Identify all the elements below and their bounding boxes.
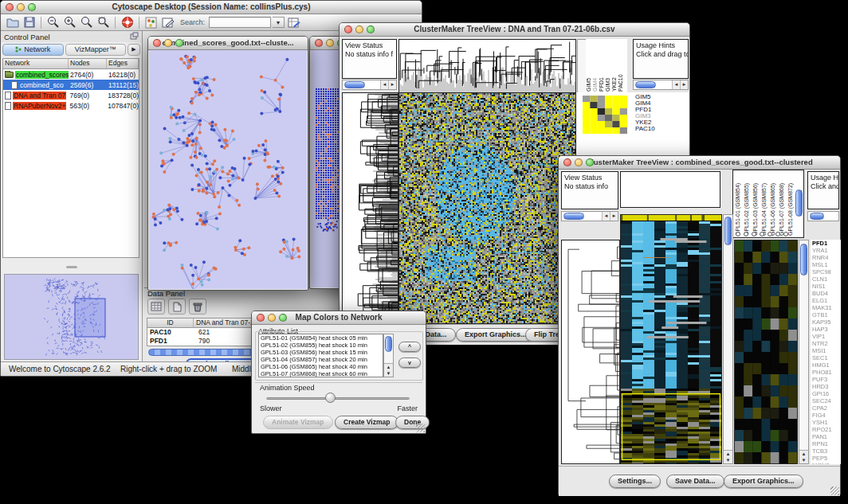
column-marker[interactable]	[752, 232, 756, 236]
row-dendrogram-canvas[interactable]	[562, 240, 619, 463]
usage-hints-scrollbar[interactable]: ◄ ►	[633, 80, 689, 90]
column-marker[interactable]	[768, 232, 772, 236]
attribute-list-item[interactable]: GPL51-04 (GSM857) heat shock 20 min	[261, 356, 383, 363]
heatmap-zoom-view[interactable]	[734, 240, 798, 464]
close-icon[interactable]	[315, 39, 323, 47]
column-label[interactable]: GPL51-03 (GSM856)	[752, 172, 761, 236]
column-label[interactable]: GPL51-02 (GSM855)	[744, 172, 752, 236]
gene-label[interactable]: PHO81	[812, 369, 841, 376]
usage-hints-scrollbar[interactable]	[807, 211, 839, 221]
create-vizmap-button[interactable]: Create Vizmap	[335, 416, 398, 429]
help-ring-icon[interactable]	[120, 15, 135, 29]
gene-label[interactable]: GTB1	[812, 311, 841, 318]
gene-label[interactable]: HRD3	[812, 383, 841, 390]
close-icon[interactable]	[6, 3, 14, 11]
attribute-list-item[interactable]: GPL51-06 (GSM865) heat shock 40 min	[261, 363, 383, 370]
attribute-browser-icon[interactable]	[286, 15, 301, 29]
gene-label[interactable]: PUF3	[812, 376, 841, 383]
zoom-matrix-canvas[interactable]	[583, 96, 627, 134]
gene-label[interactable]: KAP95	[812, 318, 841, 326]
treeview-dna-titlebar[interactable]: ClusterMaker TreeView : DNA and Tran 07-…	[340, 23, 689, 37]
column-dendrogram[interactable]	[398, 39, 576, 93]
scroll-left-icon[interactable]: ◄	[602, 212, 610, 221]
row-dendrogram[interactable]	[342, 92, 398, 324]
scrollbar-thumb[interactable]	[563, 213, 584, 220]
column-label[interactable]: GPL51-06 (GSM865)	[770, 172, 779, 236]
zoom-window-icon[interactable]	[175, 39, 183, 47]
scroll-right-icon[interactable]: ►	[610, 212, 618, 221]
network-view-titlebar[interactable]: combined_scores_good.txt--cluste...	[148, 37, 308, 50]
col-edges[interactable]: Edges	[107, 59, 139, 68]
resize-grip[interactable]	[830, 486, 839, 495]
cytoscape-titlebar[interactable]: Cytoscape Desktop (Session Name: collins…	[1, 1, 422, 14]
zoom-scrollbar[interactable]: ▲▼	[799, 240, 809, 464]
treeview-button[interactable]: Export Graphics...	[724, 475, 803, 488]
treeview-button[interactable]: Save Data...	[666, 475, 724, 488]
scrollbar-thumb[interactable]	[810, 213, 824, 220]
zoom-heatmap-canvas[interactable]	[735, 240, 797, 463]
treeview-button[interactable]: Settings...	[609, 475, 661, 488]
search-input[interactable]	[209, 17, 271, 28]
open-file-icon[interactable]	[5, 15, 20, 29]
zoom-in-icon[interactable]	[62, 15, 77, 29]
tab-overflow-icon[interactable]: ▶	[128, 44, 140, 56]
column-label[interactable]: GIM4	[592, 41, 599, 92]
column-label[interactable]: PFD1	[599, 41, 605, 92]
gene-label[interactable]: RPO21	[812, 426, 841, 433]
treeview-button[interactable]: Export Graphics...	[456, 328, 536, 342]
scroll-arrows[interactable]: ▲▼	[384, 363, 393, 377]
gene-label[interactable]: MON2	[812, 462, 841, 464]
float-panel-icon[interactable]	[130, 32, 139, 41]
scroll-arrows[interactable]: ▲▼	[799, 450, 808, 463]
column-label[interactable]: GPL51-01 (GSM854)	[735, 172, 744, 236]
gene-label[interactable]: HAP3	[812, 326, 841, 333]
gene-label[interactable]: ELG1	[812, 297, 841, 304]
column-dendrogram-canvas[interactable]	[399, 40, 575, 92]
col-nodes[interactable]: Nodes	[69, 59, 107, 68]
column-marker[interactable]	[760, 232, 764, 236]
heatmap-global-view[interactable]	[620, 214, 722, 464]
zoom-selected-icon[interactable]	[96, 15, 111, 29]
col-network[interactable]: Network	[3, 59, 69, 68]
attribute-list-item[interactable]: GPL51-07 (GSM868) heat shock 60 min	[261, 370, 383, 377]
column-marker[interactable]	[783, 232, 788, 236]
gene-label[interactable]: NTR2	[812, 340, 841, 347]
gene-label[interactable]: PFD1	[812, 240, 841, 247]
row-dendrogram[interactable]	[561, 240, 620, 464]
close-icon[interactable]	[257, 314, 265, 322]
scroll-left-icon[interactable]: ◄	[380, 80, 388, 89]
gene-label[interactable]: TCB3	[812, 447, 841, 455]
column-label[interactable]: GPL51-07 (GSM868)	[779, 172, 787, 236]
gene-label[interactable]: VIP1	[812, 333, 841, 340]
row-dendrogram-canvas[interactable]	[343, 93, 398, 323]
tab-vizmapper[interactable]: VizMapper™	[65, 44, 127, 56]
annotation-icon[interactable]	[160, 15, 175, 29]
save-icon[interactable]	[22, 15, 37, 29]
network-overview[interactable]	[4, 274, 139, 360]
gene-label[interactable]: FIG4	[812, 412, 841, 419]
treeview-combined-titlebar[interactable]: ClusterMaker TreeView : combined_scores_…	[559, 156, 840, 170]
gene-label[interactable]: MSI1	[812, 347, 841, 354]
scrollbar-thumb[interactable]	[800, 244, 807, 275]
minimize-icon[interactable]	[164, 39, 172, 47]
network-table-row[interactable]: combined_scores2764(0)16218(0)	[3, 69, 139, 80]
zoom-window-icon[interactable]	[586, 158, 594, 166]
speed-slider[interactable]	[266, 397, 410, 400]
scrollbar-thumb[interactable]	[635, 81, 656, 88]
gene-label[interactable]: GPI16	[812, 390, 841, 397]
network-canvas[interactable]	[149, 50, 307, 289]
panel-divider[interactable]	[1, 265, 142, 269]
heatmap-global-view[interactable]	[398, 92, 576, 324]
view-status-scrollbar[interactable]: ◄ ►	[561, 211, 618, 221]
col-id[interactable]: ID	[147, 318, 194, 327]
column-label[interactable]: GIM3	[605, 41, 611, 92]
heatmap-canvas[interactable]	[621, 215, 721, 463]
close-icon[interactable]	[563, 158, 571, 166]
scroll-right-icon[interactable]: ►	[680, 80, 688, 89]
attribute-list-item[interactable]: GPL51-02 (GSM855) heat shock 10 min	[261, 342, 383, 349]
gene-label[interactable]: MSL1	[812, 261, 841, 268]
gene-label[interactable]: CPA2	[812, 404, 841, 412]
move-up-button[interactable]: ^	[398, 342, 421, 352]
gene-label[interactable]: CLN1	[812, 275, 841, 283]
gene-label[interactable]: HMG1	[812, 361, 841, 369]
